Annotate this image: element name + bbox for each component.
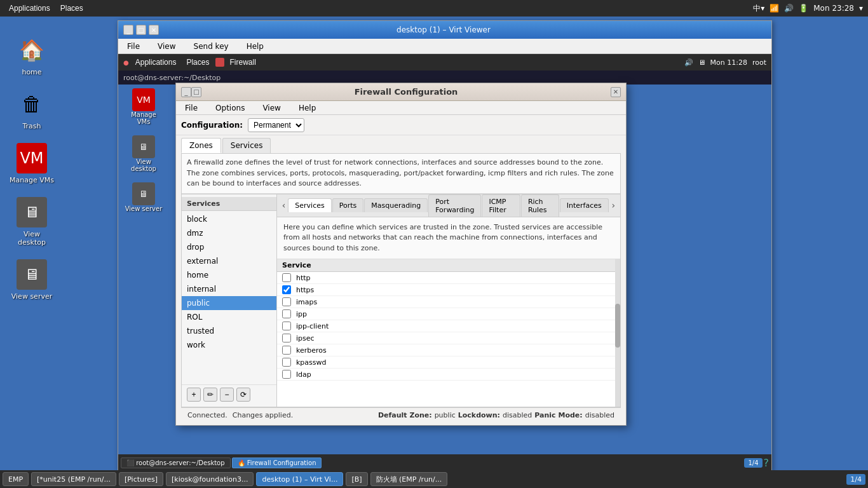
zone-trusted[interactable]: trusted bbox=[182, 324, 276, 338]
inner-page-indicator: 1/4 bbox=[744, 458, 762, 468]
virt-menu-sendkey[interactable]: Send key bbox=[190, 41, 233, 52]
scrollbar-track bbox=[615, 259, 620, 407]
zone-block[interactable]: block bbox=[182, 212, 276, 226]
desktop-icon-trash[interactable]: 🗑 Trash bbox=[6, 86, 57, 133]
fw-menu-options[interactable]: Options bbox=[212, 102, 248, 114]
applications-menu[interactable]: Applications bbox=[5, 3, 54, 14]
svc-ipsec-label: ipsec bbox=[296, 334, 315, 342]
svc-row-kpasswd: kpasswd bbox=[277, 356, 620, 369]
inner-applications-menu[interactable]: Applications bbox=[132, 57, 180, 68]
inner-taskbar-fw[interactable]: 🔥 Firewall Configuration bbox=[232, 458, 322, 468]
panic-mode-label: Panic Mode: bbox=[534, 411, 582, 419]
service-list-container: Service http https bbox=[277, 259, 620, 407]
zone-dmz[interactable]: dmz bbox=[182, 226, 276, 240]
fw-menu-help[interactable]: Help bbox=[295, 102, 320, 114]
tab-scroll-left[interactable]: ‹ bbox=[280, 197, 288, 214]
virt-menu-view[interactable]: View bbox=[154, 41, 179, 52]
virt-menu-file[interactable]: File bbox=[123, 41, 144, 52]
taskbar-firewall[interactable]: 防火墙 (EMP /run/... bbox=[370, 472, 448, 486]
zone-actions: + ✏ − ⟳ bbox=[182, 384, 276, 404]
places-menu[interactable]: Places bbox=[57, 3, 87, 14]
desktop-icon-manage-vms[interactable]: VM Manage VMs bbox=[6, 140, 57, 187]
svc-imaps-checkbox[interactable] bbox=[282, 297, 291, 306]
zone-drop[interactable]: drop bbox=[182, 240, 276, 254]
fw-toolbar: Configuration: Permanent bbox=[176, 115, 626, 135]
svc-kerberos-checkbox[interactable] bbox=[282, 346, 291, 355]
taskbar-b[interactable]: [B] bbox=[346, 472, 367, 486]
fw-minimize-button[interactable]: _ bbox=[181, 87, 191, 97]
inner-terminal-label: root@dns-server:~/Desktop bbox=[136, 459, 224, 466]
inner-screen-icon: 🖥 bbox=[698, 58, 705, 67]
tab-scroll-right[interactable]: › bbox=[609, 197, 618, 214]
scrollbar-thumb[interactable] bbox=[615, 304, 620, 348]
zone-work[interactable]: work bbox=[182, 338, 276, 352]
zone-public[interactable]: public bbox=[182, 296, 276, 310]
zone-home[interactable]: home bbox=[182, 268, 276, 282]
virt-menu-help[interactable]: Help bbox=[243, 41, 268, 52]
zone-rol[interactable]: ROL bbox=[182, 310, 276, 324]
fw-main-content: Services block dmz drop external home in… bbox=[182, 194, 620, 407]
taskbar-kiosk[interactable]: [kiosk@foundation3... bbox=[166, 472, 254, 486]
inner-manage-vms-label: Manage VMs bbox=[124, 111, 163, 125]
svc-http-checkbox[interactable] bbox=[282, 273, 291, 282]
inner-taskbar-terminal[interactable]: ⬛ root@dns-server:~/Desktop bbox=[121, 458, 231, 468]
edit-zone-button[interactable]: ✏ bbox=[203, 388, 217, 402]
taskbar-unit25[interactable]: [*unit25 (EMP /run/... bbox=[31, 472, 116, 486]
manage-vms-icon: VM bbox=[17, 143, 47, 173]
fw-menu-view[interactable]: View bbox=[259, 102, 284, 114]
volume-icon: 🔊 bbox=[784, 4, 794, 13]
svc-https-checkbox[interactable] bbox=[282, 285, 291, 294]
svc-ipsec-checkbox[interactable] bbox=[282, 334, 291, 342]
svc-ipp-client-checkbox[interactable] bbox=[282, 322, 291, 330]
taskbar-pictures[interactable]: [Pictures] bbox=[119, 472, 163, 486]
tab-services[interactable]: Services bbox=[288, 198, 331, 212]
fw-outer-tabs: Zones Services bbox=[176, 135, 626, 153]
taskbar-virt-viewer[interactable]: desktop (1) – Virt Vi... bbox=[256, 472, 343, 486]
inner-help-icon[interactable]: ? bbox=[764, 457, 770, 469]
desktop-icon-view-server[interactable]: 🖥 View server bbox=[6, 256, 57, 304]
fw-maximize-button[interactable]: □ bbox=[191, 87, 201, 97]
inner-icon-manage-vms[interactable]: VM Manage VMs bbox=[121, 86, 166, 128]
view-desktop-label: View desktop bbox=[10, 230, 54, 247]
tab-rich-rules[interactable]: Rich Rules bbox=[521, 194, 559, 217]
svc-kpasswd-checkbox[interactable] bbox=[282, 358, 291, 367]
taskbar-emp[interactable]: EMP bbox=[3, 472, 29, 486]
svc-row-imaps: imaps bbox=[277, 296, 620, 308]
refresh-zone-button[interactable]: ⟳ bbox=[236, 388, 250, 402]
default-zone-label: Default Zone: bbox=[378, 411, 432, 419]
battery-icon: 🔋 bbox=[799, 4, 808, 13]
svc-https-label: https bbox=[296, 286, 314, 294]
tab-interfaces[interactable]: Interfaces bbox=[560, 198, 609, 212]
add-zone-button[interactable]: + bbox=[187, 388, 201, 402]
zone-external[interactable]: external bbox=[182, 254, 276, 268]
inner-icon-view-server[interactable]: 🖥 View server bbox=[121, 180, 166, 215]
inner-user: root bbox=[752, 58, 766, 67]
taskbar-right: 1/4 bbox=[846, 474, 865, 485]
tab-zones[interactable]: Zones bbox=[181, 138, 221, 153]
desktop-icon-home[interactable]: 🏠 home bbox=[6, 32, 57, 79]
inner-firewall-menu[interactable]: Firewall bbox=[226, 57, 259, 68]
tab-icmp-filter[interactable]: ICMP Filter bbox=[482, 194, 520, 217]
inner-places-menu[interactable]: Places bbox=[182, 57, 213, 68]
tab-services-outer[interactable]: Services bbox=[222, 138, 271, 153]
fw-close-button[interactable]: ✕ bbox=[611, 87, 621, 97]
close-button[interactable]: ✕ bbox=[149, 25, 159, 35]
desktop-icon-view-desktop[interactable]: 🖥 View desktop bbox=[6, 194, 57, 250]
inner-icon-view-desktop[interactable]: 🖥 View desktop bbox=[121, 133, 166, 175]
lockdown-label: Lockdown: bbox=[458, 411, 500, 419]
configuration-select[interactable]: Permanent bbox=[248, 118, 304, 132]
tab-ports[interactable]: Ports bbox=[332, 198, 364, 212]
remove-zone-button[interactable]: − bbox=[220, 388, 234, 402]
maximize-button[interactable]: □ bbox=[136, 25, 146, 35]
svc-row-kerberos: kerberos bbox=[277, 344, 620, 356]
panic-mode-value: disabled bbox=[585, 411, 614, 419]
zone-internal[interactable]: internal bbox=[182, 282, 276, 296]
fw-menu-file[interactable]: File bbox=[181, 102, 201, 114]
svc-ldap-checkbox[interactable] bbox=[282, 370, 291, 379]
minimize-button[interactable]: _ bbox=[123, 25, 133, 35]
tab-masquerading[interactable]: Masquerading bbox=[364, 198, 428, 212]
tab-port-forwarding[interactable]: Port Forwarding bbox=[428, 194, 481, 217]
right-panel: ‹ Services Ports Masquerading Port Forwa… bbox=[277, 194, 620, 407]
view-server-icon: 🖥 bbox=[17, 259, 47, 290]
svc-ipp-checkbox[interactable] bbox=[282, 309, 291, 318]
